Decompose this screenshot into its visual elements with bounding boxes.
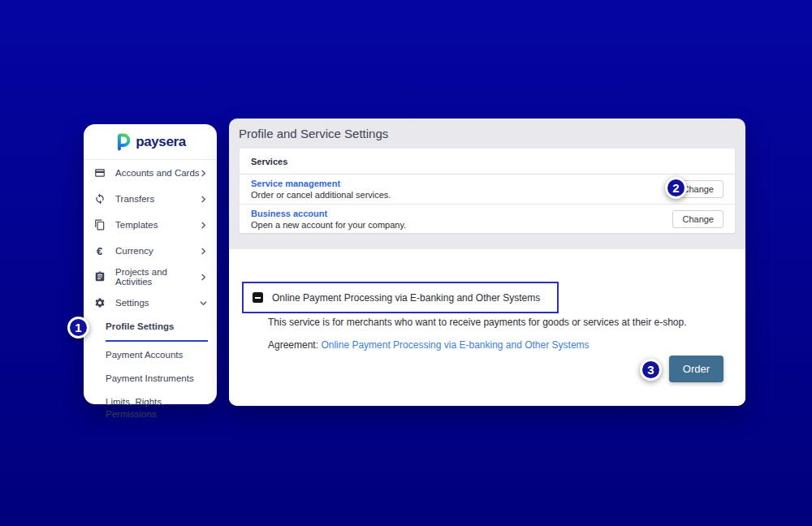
service-row-description: Open a new account for your company. (251, 220, 406, 230)
services-section-header: Services (240, 149, 735, 175)
step-annotation-3: 3 (640, 359, 662, 381)
paysera-wordmark: paysera (136, 134, 185, 150)
service-row-text: Business account Open a new account for … (251, 209, 406, 230)
page-title: Profile and Service Settings (229, 119, 745, 149)
agreement-label: Agreement: (268, 339, 318, 351)
chevron-right-icon (200, 196, 207, 203)
step-annotation-2: 2 (665, 177, 687, 199)
cards-icon (93, 167, 106, 179)
chevron-right-icon (200, 274, 207, 281)
sidebar-menu: Accounts and Cards Transfers Templates (84, 160, 217, 316)
euro-icon: € (93, 245, 106, 257)
transfers-icon (93, 193, 106, 205)
chevron-right-icon (200, 170, 207, 177)
service-row-business-account: Business account Open a new account for … (240, 204, 735, 233)
sidebar-item-label: Transfers (115, 194, 200, 204)
services-card: Services Service management Order or can… (240, 149, 735, 233)
settings-submenu: Profile Settings Payment Accounts Paymen… (106, 316, 208, 426)
service-row-description: Order or cancel additional services. (251, 190, 391, 200)
change-button[interactable]: Change (672, 210, 723, 228)
agreement-line: Agreement: Online Payment Processing via… (268, 339, 590, 351)
sidebar-item-currency[interactable]: € Currency (84, 238, 217, 264)
main-panel: Profile and Service Settings Services Se… (229, 119, 745, 406)
sidebar-item-label: Accounts and Cards (115, 168, 200, 178)
service-row-text: Service management Order or cancel addit… (251, 179, 391, 200)
sidebar-item-label: Templates (115, 220, 200, 230)
projects-icon (93, 271, 106, 283)
agreement-link[interactable]: Online Payment Processing via E-banking … (321, 339, 589, 351)
sidebar-item-limits-rights-permissions[interactable]: Limits, Rights, Permissions (106, 390, 208, 426)
templates-icon (93, 219, 106, 231)
sidebar-item-profile-settings[interactable]: Profile Settings (106, 316, 208, 342)
sidebar-item-transfers[interactable]: Transfers (84, 186, 217, 212)
sidebar-item-accounts-and-cards[interactable]: Accounts and Cards (84, 160, 217, 186)
selected-service-box: Online Payment Processing via E-banking … (242, 282, 559, 313)
business-account-link[interactable]: Business account (251, 209, 406, 218)
chevron-right-icon (200, 222, 207, 229)
paysera-logomark-icon (114, 132, 132, 152)
sidebar: paysera Accounts and Cards Transfers (84, 124, 217, 404)
order-button[interactable]: Order (669, 356, 723, 382)
indeterminate-checkbox-icon[interactable] (253, 292, 263, 303)
sidebar-item-payment-accounts[interactable]: Payment Accounts (106, 343, 208, 367)
gear-icon (93, 297, 106, 309)
sidebar-item-projects-and-activities[interactable]: Projects and Activities (84, 264, 217, 290)
sidebar-item-templates[interactable]: Templates (84, 212, 217, 238)
chevron-right-icon (200, 248, 207, 255)
page-background: paysera Accounts and Cards Transfers (0, 0, 812, 526)
service-management-link[interactable]: Service management (251, 179, 391, 188)
paysera-logo[interactable]: paysera (84, 124, 217, 160)
sidebar-item-label: Settings (115, 298, 200, 308)
service-order-section: Online Payment Processing via E-banking … (229, 249, 745, 406)
sidebar-item-label: Projects and Activities (115, 267, 200, 287)
step-annotation-1: 1 (67, 317, 89, 338)
chevron-down-icon (200, 300, 207, 307)
sidebar-item-payment-instruments[interactable]: Payment Instruments (106, 367, 208, 390)
selected-service-label: Online Payment Processing via E-banking … (272, 292, 540, 304)
sidebar-item-settings[interactable]: Settings (84, 290, 217, 316)
service-row-service-management: Service management Order or cancel addit… (240, 175, 735, 204)
sidebar-item-label: Currency (115, 246, 200, 256)
service-description: This service is for merchants who want t… (268, 317, 687, 328)
